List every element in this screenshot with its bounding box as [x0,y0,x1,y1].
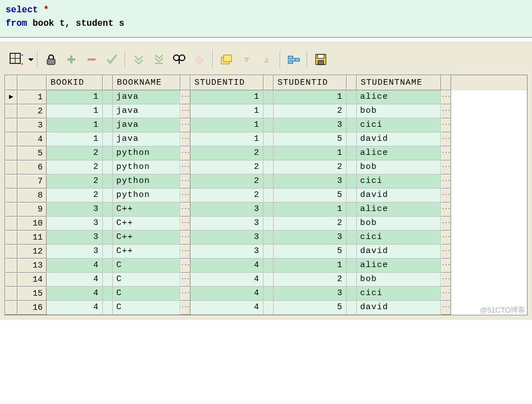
cell-editor-button[interactable]: ··· [441,160,451,175]
save-button[interactable] [311,50,330,69]
cell-studentid[interactable]: 2 [190,189,263,203]
cell-studentid[interactable]: 2 [190,146,263,160]
cell-studentid[interactable]: 3 [190,231,263,245]
cell-bookname[interactable]: C++ [113,245,180,259]
table-row[interactable]: 164C···45david··· [5,301,527,315]
cell-bookid[interactable]: 3 [47,231,103,245]
cell-bookname[interactable]: C [113,273,180,287]
cell-studentid[interactable]: 1 [190,118,263,132]
table-row[interactable]: 134C···41alice··· [5,259,527,273]
cell-editor-button[interactable]: ··· [441,301,451,315]
cell-editor-button[interactable]: ··· [180,104,190,118]
cell-bookid[interactable]: 2 [47,189,103,203]
cell-studentname[interactable]: bob [357,104,441,118]
cell-bookname[interactable]: java [113,132,180,146]
cell-bookid[interactable]: 1 [47,132,103,146]
cell-editor-button[interactable]: ··· [180,189,190,203]
cell-studentname[interactable]: alice [357,90,441,104]
cell-editor-button[interactable]: ··· [441,189,451,203]
export-button[interactable] [217,50,236,69]
cell-bookid[interactable]: 3 [47,217,103,231]
cell-studentname[interactable]: cici [357,118,441,132]
column-header[interactable]: BOOKID [47,75,103,90]
cell-studentname[interactable]: david [357,301,441,315]
fetch-all-button[interactable] [149,50,169,69]
add-record-button[interactable] [62,50,81,69]
cell-bookid[interactable]: 3 [47,245,103,259]
cell-editor-button[interactable]: ··· [180,273,190,287]
cell-studentid2[interactable]: 1 [274,259,347,273]
table-row[interactable]: 62python···22bob··· [5,160,527,175]
cell-studentid2[interactable]: 3 [274,175,347,189]
cell-bookid[interactable]: 1 [47,90,103,104]
cell-editor-button[interactable]: ··· [441,90,451,104]
table-row[interactable]: 103C++···32bob··· [5,217,527,231]
cell-editor-button[interactable]: ··· [441,273,451,287]
table-row[interactable]: 154C···43cici··· [5,287,527,301]
cell-studentname[interactable]: david [357,245,441,259]
cell-bookname[interactable]: C [113,301,180,315]
query-designer-button[interactable] [284,50,303,69]
clear-button[interactable] [190,50,209,69]
cell-studentid2[interactable]: 2 [274,273,347,287]
cell-studentid2[interactable]: 2 [274,104,347,118]
cell-editor-button[interactable]: ··· [180,90,190,104]
cell-bookname[interactable]: java [113,90,180,104]
nav-up-button[interactable]: △ [257,50,276,69]
cell-studentid[interactable]: 4 [190,287,263,301]
cell-studentid[interactable]: 4 [190,259,263,273]
cell-editor-button[interactable]: ··· [441,231,451,245]
cell-editor-button[interactable]: ··· [180,301,190,315]
cell-editor-button[interactable]: ··· [180,217,190,231]
table-row[interactable]: 93C++···31alice··· [5,203,527,217]
cell-studentname[interactable]: alice [357,259,441,273]
cell-bookname[interactable]: python [113,146,180,160]
column-header[interactable]: STUDENTID [190,75,263,90]
cell-editor-button[interactable]: ··· [180,245,190,259]
cell-studentid[interactable]: 4 [190,273,263,287]
cell-editor-button[interactable]: ··· [441,217,451,231]
column-header[interactable]: BOOKNAME [113,75,180,90]
sql-editor[interactable]: select * from book t, student s [0,0,532,38]
cell-bookid[interactable]: 2 [47,160,103,175]
cell-bookname[interactable]: C [113,287,180,301]
cell-bookname[interactable]: java [113,118,180,132]
commit-button[interactable] [102,50,121,69]
table-row[interactable]: ▶11java···11alice··· [5,90,527,104]
cell-bookname[interactable]: python [113,160,180,175]
nav-down-button[interactable]: ▽ [237,50,256,69]
table-row[interactable]: 52python···21alice··· [5,146,527,160]
table-row[interactable]: 21java···12bob··· [5,104,527,118]
cell-studentid2[interactable]: 5 [274,132,347,146]
cell-bookname[interactable]: C [113,259,180,273]
cell-studentname[interactable]: bob [357,217,441,231]
cell-studentid[interactable]: 2 [190,175,263,189]
cell-studentid[interactable]: 3 [190,245,263,259]
cell-bookid[interactable]: 3 [47,203,103,217]
cell-studentid[interactable]: 1 [190,132,263,146]
cell-bookid[interactable]: 1 [47,104,103,118]
cell-editor-button[interactable]: ··· [441,175,451,189]
cell-bookid[interactable]: 4 [47,259,103,273]
cell-studentid[interactable]: 2 [190,160,263,175]
cell-studentname[interactable]: cici [357,175,441,189]
column-header[interactable]: STUDENTID [274,75,347,90]
cell-editor-button[interactable]: ··· [441,146,451,160]
cell-studentid[interactable]: 4 [190,301,263,315]
cell-studentname[interactable]: alice [357,146,441,160]
table-row[interactable]: 113C++···33cici··· [5,231,527,245]
cell-studentid2[interactable]: 3 [274,287,347,301]
cell-bookid[interactable]: 4 [47,273,103,287]
table-row[interactable]: 72python···23cici··· [5,175,527,189]
cell-editor-button[interactable]: ··· [180,146,190,160]
cell-bookname[interactable]: python [113,175,180,189]
cell-editor-button[interactable]: ··· [441,118,451,132]
cell-studentid[interactable]: 1 [190,104,263,118]
cell-editor-button[interactable]: ··· [180,132,190,146]
cell-bookname[interactable]: C++ [113,217,180,231]
cell-studentid2[interactable]: 5 [274,189,347,203]
cell-editor-button[interactable]: ··· [180,160,190,175]
cell-editor-button[interactable]: ··· [441,245,451,259]
cell-studentname[interactable]: alice [357,203,441,217]
cell-studentid2[interactable]: 1 [274,146,347,160]
